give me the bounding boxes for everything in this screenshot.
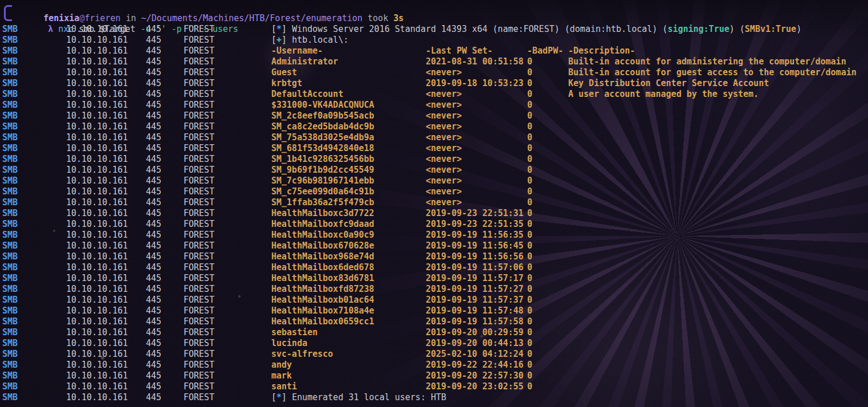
hostname-label: FOREST (184, 371, 214, 381)
hostname-label: FOREST (184, 219, 214, 230)
bad-pw-cell: 0 (527, 132, 532, 143)
hostname-label: FOREST (184, 295, 214, 306)
username-cell: Administrator (271, 56, 338, 67)
protocol-label: SMB (2, 35, 18, 46)
message-token: ) (796, 24, 801, 34)
protocol-label: SMB (2, 273, 18, 284)
hostname-label: FOREST (184, 35, 214, 46)
hostname-label: FOREST (184, 56, 214, 67)
last-pw-set-cell: <never> (426, 100, 462, 111)
ip-address: 10.10.10.161 (66, 327, 128, 338)
ip-address: 10.10.10.161 (66, 316, 128, 327)
port-number: 445 (146, 327, 161, 338)
ip-address: 10.10.10.161 (66, 338, 128, 349)
ip-address: 10.10.10.161 (66, 295, 128, 306)
protocol-label: SMB (2, 338, 18, 349)
username-cell: svc-alfresco (271, 349, 333, 360)
user-row: SMB10.10.10.161445FORESTAdministrator202… (0, 56, 868, 67)
hostname-label: FOREST (184, 111, 214, 121)
username-cell: HealthMailboxfd87238 (271, 284, 374, 295)
last-pw-set-cell: 2019-09-19 11:57:37 (426, 295, 524, 306)
user-row: SMB10.10.10.161445FORESTSM_7c96b98196714… (0, 176, 868, 186)
last-pw-set-cell: 2019-09-19 11:57:27 (426, 284, 524, 295)
port-number: 445 (146, 186, 161, 197)
last-pw-set-cell: 2019-09-20 00:44:13 (426, 338, 524, 349)
port-number: 445 (146, 46, 161, 56)
bad-pw-cell: 0 (527, 67, 532, 78)
ip-address: 10.10.10.161 (66, 371, 128, 381)
hostname-label: FOREST (184, 360, 214, 371)
prompt-line-command: λnxcsmb$Target-u''-p''--users (0, 13, 868, 24)
message-token: * (276, 24, 282, 34)
username-cell: HealthMailboxfc9daad (271, 219, 374, 230)
user-row: SMB10.10.10.161445FORESTSM_681f53d494284… (0, 143, 868, 154)
last-pw-set-cell: <never> (426, 121, 462, 132)
user-row: SMB10.10.10.161445FORESTSM_1ffab36a2f5f4… (0, 197, 868, 208)
bad-pw-cell: 0 (527, 186, 532, 197)
protocol-label: SMB (2, 327, 18, 338)
bad-pw-cell: 0 (527, 306, 532, 316)
bad-pw-cell: 0 (527, 338, 532, 349)
protocol-label: SMB (2, 121, 18, 132)
last-pw-set-cell: 2019-09-19 11:56:56 (426, 251, 524, 262)
last-pw-set-cell: 2019-09-23 22:51:31 (426, 208, 524, 219)
username-cell: HealthMailbox6ded678 (271, 262, 374, 273)
port-number: 445 (146, 349, 161, 360)
username-cell: krbtgt (271, 78, 302, 89)
port-number: 445 (146, 241, 161, 251)
username-cell: santi (271, 381, 297, 392)
user-row: SMB10.10.10.161445FORESTsanti2019-09-20 … (0, 381, 868, 392)
description-cell: Built-in account for administering the c… (568, 56, 846, 67)
ip-address: 10.10.10.161 (66, 208, 128, 219)
user-row: SMB10.10.10.161445FORESTSM_2c8eef0a09b54… (0, 111, 868, 121)
terminal[interactable]: fenixia@frierenin~/Documents/Machines/HT… (0, 0, 868, 407)
protocol-label: SMB (2, 230, 18, 241)
username-cell: DefaultAccount (271, 89, 343, 100)
port-number: 445 (146, 89, 161, 100)
bad-pw-cell: 0 (527, 56, 532, 67)
protocol-label: SMB (2, 306, 18, 316)
protocol-label: SMB (2, 284, 18, 295)
hostname-label: FOREST (184, 197, 214, 208)
bad-pw-cell: 0 (527, 273, 532, 284)
ip-address: 10.10.10.161 (66, 78, 128, 89)
hostname-label: FOREST (184, 89, 214, 100)
hostname-label: FOREST (184, 46, 214, 56)
username-cell: HealthMailbox0659cc1 (271, 316, 374, 327)
bad-pw-cell: 0 (527, 295, 532, 306)
message-token: Enumerated 31 local users: HTB (292, 392, 446, 402)
bad-pw-cell: 0 (527, 111, 532, 121)
last-pw-set-cell: 2019-09-19 11:57:17 (426, 273, 524, 284)
user-row: SMB10.10.10.161445FORESTHealthMailboxb01… (0, 295, 868, 306)
prompt-line-context: fenixia@frierenin~/Documents/Machines/HT… (0, 2, 868, 13)
protocol-label: SMB (2, 392, 18, 403)
port-number: 445 (146, 121, 161, 132)
hostname-label: FOREST (184, 262, 214, 273)
bad-pw-cell: 0 (527, 327, 532, 338)
ip-address: 10.10.10.161 (66, 230, 128, 241)
user-row: SMB10.10.10.161445FORESTHealthMailbox065… (0, 316, 868, 327)
port-number: 445 (146, 111, 161, 121)
username-cell: SM_9b69f1b9d2cc45549 (271, 165, 374, 176)
message-text: [+] htb.local\: (271, 35, 348, 46)
hostname-label: FOREST (184, 284, 214, 295)
ip-address: 10.10.10.161 (66, 349, 128, 360)
last-pw-set-cell: <never> (426, 176, 462, 186)
ip-address: 10.10.10.161 (66, 154, 128, 165)
table-header-last-pw-set: -Last PW Set- (426, 46, 492, 56)
terminal-output: SMB10.10.10.161445FOREST[*] Windows Serv… (0, 24, 868, 403)
last-pw-set-cell: <never> (426, 143, 462, 154)
description-cell: Built-in account for guest access to the… (568, 67, 857, 78)
port-number: 445 (146, 24, 161, 35)
last-pw-set-cell: <never> (426, 165, 462, 176)
ip-address: 10.10.10.161 (66, 35, 128, 46)
hostname-label: FOREST (184, 338, 214, 349)
ip-address: 10.10.10.161 (66, 284, 128, 295)
user-row: SMB10.10.10.161445FORESTSM_9b69f1b9d2cc4… (0, 165, 868, 176)
protocol-label: SMB (2, 154, 18, 165)
username-cell: HealthMailbox968e74d (271, 251, 374, 262)
protocol-label: SMB (2, 24, 18, 35)
username-cell: SM_7c96b981967141ebb (271, 176, 374, 186)
last-pw-set-cell: 2019-09-23 22:51:35 (426, 219, 524, 230)
message-token: ] (282, 35, 292, 45)
